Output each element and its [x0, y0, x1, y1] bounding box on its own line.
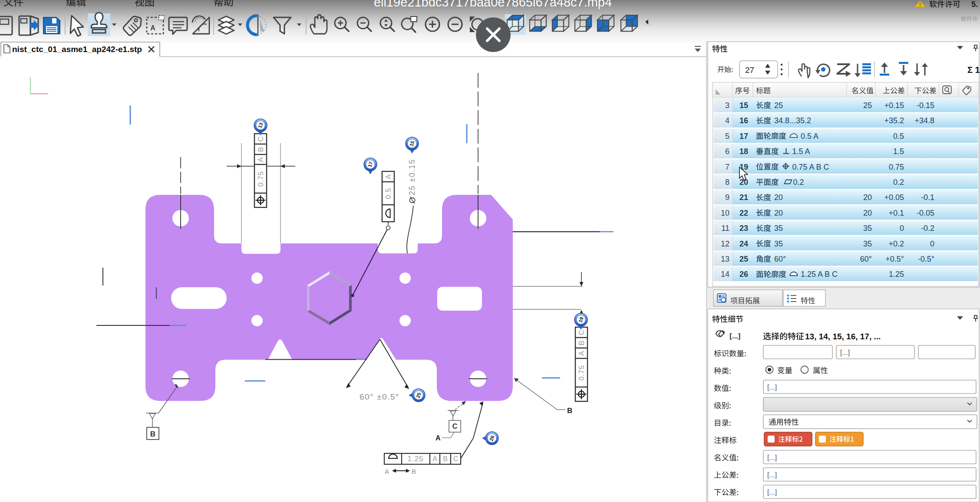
- svg-text:10: 10: [721, 209, 729, 217]
- svg-text:25: 25: [863, 101, 872, 110]
- svg-text:7: 7: [725, 163, 729, 171]
- svg-text:A: A: [257, 157, 264, 162]
- svg-text:5.: 5.: [971, 0, 978, 9]
- svg-text:4: 4: [725, 116, 729, 125]
- svg-text:21: 21: [739, 193, 748, 202]
- svg-text:0: 0: [900, 224, 904, 233]
- svg-text:0.75: 0.75: [257, 171, 264, 187]
- svg-text:0.2: 0.2: [893, 178, 904, 187]
- svg-text:-0.15: -0.15: [917, 101, 934, 110]
- svg-text:20: 20: [774, 193, 783, 202]
- svg-text:9: 9: [725, 193, 729, 202]
- svg-text:+35.2: +35.2: [884, 116, 904, 125]
- svg-text:15: 15: [739, 101, 748, 110]
- svg-text:A: A: [385, 468, 389, 475]
- svg-text:C: C: [577, 330, 585, 335]
- svg-text:12: 12: [721, 240, 729, 248]
- svg-text:35: 35: [863, 224, 872, 233]
- svg-text:[...]: [...]: [729, 332, 741, 340]
- svg-text:20: 20: [774, 209, 783, 217]
- svg-text:[...]: [...]: [840, 349, 850, 356]
- svg-text:17: 17: [739, 132, 748, 141]
- svg-text:+0.5°: +0.5°: [885, 255, 904, 263]
- svg-text:-0.5°: -0.5°: [918, 255, 934, 263]
- svg-text:nist_ctc_01_asme1_ap242-e1.stp: nist_ctc_01_asme1_ap242-e1.stp: [12, 45, 142, 54]
- svg-text:+0.1: +0.1: [888, 209, 904, 217]
- svg-text:+0.05: +0.05: [884, 193, 904, 202]
- svg-text:35: 35: [863, 240, 872, 248]
- svg-text:B: B: [257, 147, 264, 152]
- svg-text:+0.2: +0.2: [888, 240, 904, 248]
- svg-text:[...]: [...]: [767, 384, 777, 391]
- svg-text:[...]: [...]: [767, 489, 777, 496]
- svg-text:!: !: [919, 2, 921, 8]
- svg-text:0.75 A B C: 0.75 A B C: [792, 163, 829, 171]
- svg-text:A: A: [150, 24, 155, 32]
- svg-text:35: 35: [774, 224, 783, 233]
- svg-text:20: 20: [863, 209, 872, 217]
- svg-text:0.5: 0.5: [384, 188, 392, 199]
- svg-text:35: 35: [774, 240, 783, 248]
- svg-text:A: A: [577, 351, 585, 356]
- svg-text:8: 8: [725, 178, 729, 187]
- svg-text:60°: 60°: [774, 255, 786, 263]
- svg-text:13: 13: [721, 255, 729, 263]
- svg-text:[...]: [...]: [767, 471, 777, 479]
- svg-text:1.5: 1.5: [893, 147, 904, 156]
- svg-text:C: C: [257, 136, 264, 142]
- svg-text:A: A: [384, 174, 392, 179]
- svg-text:34.8...35.2: 34.8...35.2: [774, 116, 811, 125]
- svg-text:20: 20: [863, 193, 872, 202]
- svg-text:1.5 A: 1.5 A: [792, 147, 810, 156]
- svg-text:27: 27: [745, 66, 754, 75]
- svg-text:1.25: 1.25: [889, 270, 904, 279]
- svg-text:16: 16: [739, 116, 748, 125]
- svg-text:C: C: [453, 455, 459, 463]
- svg-text:25 ±0.15: 25 ±0.15: [408, 159, 416, 195]
- svg-text:B: B: [577, 340, 585, 345]
- svg-text:0: 0: [930, 240, 934, 248]
- svg-text:0.2: 0.2: [793, 178, 804, 187]
- svg-text:14: 14: [721, 270, 729, 279]
- svg-text:5: 5: [725, 132, 729, 141]
- svg-text:0.75: 0.75: [889, 163, 904, 171]
- svg-text:+0.15: +0.15: [884, 101, 904, 110]
- svg-text:B: B: [567, 407, 572, 415]
- svg-text:1.25 A B C: 1.25 A B C: [801, 270, 838, 279]
- svg-text:B: B: [150, 430, 155, 438]
- svg-text:A: A: [436, 434, 441, 442]
- svg-text:-0.05: -0.05: [917, 209, 934, 217]
- svg-text:-0.2: -0.2: [921, 224, 934, 233]
- svg-text:eli19e21bdc3717baa0e7865l67a48: eli19e21bdc3717baa0e7865l67a48c7.mp4: [374, 0, 612, 9]
- svg-text:1.25: 1.25: [407, 455, 423, 463]
- svg-text:B: B: [443, 455, 448, 463]
- svg-text:3: 3: [725, 101, 729, 110]
- svg-text:[...]: [...]: [767, 454, 777, 461]
- svg-text:60°: 60°: [860, 255, 872, 263]
- svg-text:18: 18: [739, 147, 748, 156]
- svg-text:23: 23: [739, 224, 748, 233]
- svg-text:22: 22: [739, 209, 748, 217]
- svg-text:0.75: 0.75: [577, 365, 585, 381]
- svg-text:11: 11: [721, 224, 729, 233]
- svg-text:25: 25: [774, 101, 783, 110]
- svg-text:13, 14, 15, 16, 17, ...: 13, 14, 15, 16, 17, ...: [805, 332, 881, 341]
- svg-text:Σ 1: Σ 1: [967, 65, 980, 75]
- svg-text:6: 6: [725, 147, 729, 156]
- svg-text:24: 24: [739, 240, 748, 248]
- svg-text:60° ±0.5°: 60° ±0.5°: [360, 392, 399, 401]
- svg-text:-0.1: -0.1: [921, 193, 934, 202]
- svg-text:25: 25: [739, 255, 748, 263]
- svg-text:0.5: 0.5: [893, 132, 904, 141]
- svg-text:0.5 A: 0.5 A: [801, 132, 818, 141]
- svg-text:A: A: [432, 455, 437, 463]
- svg-text:B: B: [412, 468, 416, 475]
- svg-text:C: C: [452, 423, 458, 430]
- svg-text:26: 26: [739, 270, 748, 279]
- svg-text:+34.8: +34.8: [914, 116, 934, 125]
